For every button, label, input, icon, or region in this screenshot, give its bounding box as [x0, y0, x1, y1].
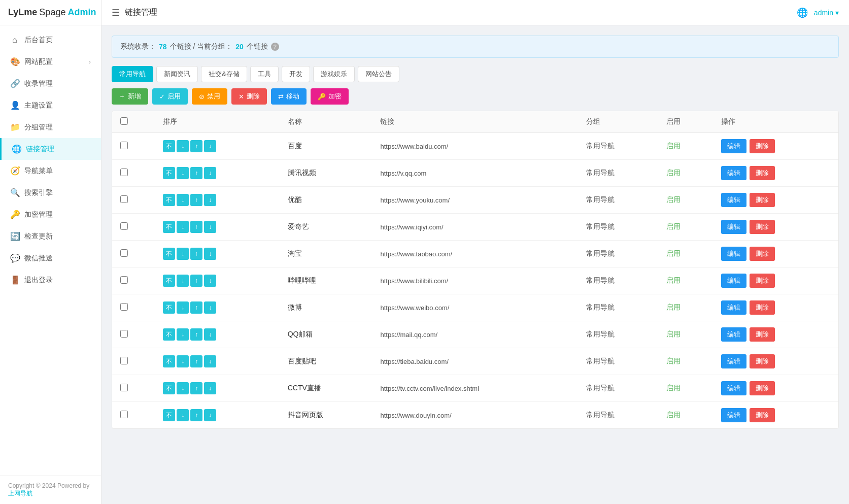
edit-button-0[interactable]: 编辑 [721, 139, 746, 153]
edit-button-6[interactable]: 编辑 [721, 300, 746, 315]
sort-up-6[interactable]: ↑ [190, 301, 202, 314]
disable-button[interactable]: ⊘ 禁用 [192, 88, 227, 105]
sort-last-0[interactable]: ↓ [204, 140, 216, 152]
help-icon[interactable]: ? [271, 43, 279, 51]
sort-first-4[interactable]: 不 [163, 248, 175, 260]
sort-down-0[interactable]: ↓ [177, 140, 189, 152]
delete-row-button-10[interactable]: 删除 [750, 408, 775, 422]
sort-last-5[interactable]: ↓ [204, 275, 216, 287]
row-select-4[interactable] [120, 249, 128, 257]
sort-last-6[interactable]: ↓ [204, 301, 216, 314]
delete-row-button-9[interactable]: 删除 [750, 381, 775, 395]
user-menu[interactable]: admin ▾ [814, 9, 839, 17]
sort-last-9[interactable]: ↓ [204, 382, 216, 394]
sort-down-1[interactable]: ↓ [177, 167, 189, 179]
sort-first-6[interactable]: 不 [163, 301, 175, 314]
sort-last-1[interactable]: ↓ [204, 167, 216, 179]
select-all-checkbox[interactable] [120, 117, 128, 125]
row-select-2[interactable] [120, 195, 128, 203]
sort-last-8[interactable]: ↓ [204, 355, 216, 367]
sidebar-item-search[interactable]: 🔍 搜索引擎 [0, 182, 101, 204]
sort-last-10[interactable]: ↓ [204, 409, 216, 421]
enable-button[interactable]: ✓ 启用 [152, 88, 188, 105]
sidebar-item-encrypt[interactable]: 🔑 加密管理 [0, 204, 101, 225]
filter-tab-6[interactable]: 网站公告 [358, 66, 399, 82]
sidebar-item-theme[interactable]: 👤 主题设置 [0, 94, 101, 116]
add-button[interactable]: ＋ 新增 [112, 88, 148, 105]
delete-row-button-1[interactable]: 删除 [750, 166, 775, 180]
edit-button-5[interactable]: 编辑 [721, 274, 746, 288]
sort-down-7[interactable]: ↓ [177, 328, 189, 341]
sidebar-item-collection[interactable]: 🔗 收录管理 [0, 73, 101, 94]
edit-button-10[interactable]: 编辑 [721, 408, 746, 422]
edit-button-4[interactable]: 编辑 [721, 247, 746, 261]
sidebar-item-site-config[interactable]: 🎨 网站配置 › [0, 51, 101, 73]
row-select-9[interactable] [120, 384, 128, 391]
sort-down-3[interactable]: ↓ [177, 221, 189, 233]
sort-down-8[interactable]: ↓ [177, 355, 189, 367]
sort-down-10[interactable]: ↓ [177, 409, 189, 421]
sort-up-0[interactable]: ↑ [190, 140, 202, 152]
filter-tab-5[interactable]: 游戏娱乐 [313, 66, 355, 82]
sidebar-item-logout[interactable]: 🚪 退出登录 [0, 269, 101, 291]
delete-button[interactable]: ✕ 删除 [231, 88, 267, 105]
filter-tab-0[interactable]: 常用导航 [112, 66, 153, 82]
sort-first-1[interactable]: 不 [163, 167, 175, 179]
sidebar-item-nav[interactable]: 🧭 导航菜单 [0, 160, 101, 182]
sort-first-2[interactable]: 不 [163, 194, 175, 206]
edit-button-3[interactable]: 编辑 [721, 220, 746, 234]
sidebar-item-dashboard[interactable]: ⌂ 后台首页 [0, 29, 101, 51]
sort-first-8[interactable]: 不 [163, 355, 175, 367]
delete-row-button-6[interactable]: 删除 [750, 300, 775, 315]
footer-link[interactable]: 上网导航 [8, 490, 32, 497]
sort-up-9[interactable]: ↑ [190, 382, 202, 394]
sort-last-3[interactable]: ↓ [204, 221, 216, 233]
sort-last-7[interactable]: ↓ [204, 328, 216, 341]
sort-down-2[interactable]: ↓ [177, 194, 189, 206]
filter-tab-1[interactable]: 新闻资讯 [156, 66, 198, 82]
row-select-0[interactable] [120, 142, 128, 149]
sort-first-9[interactable]: 不 [163, 382, 175, 394]
sort-first-5[interactable]: 不 [163, 275, 175, 287]
sort-down-6[interactable]: ↓ [177, 301, 189, 314]
row-select-1[interactable] [120, 169, 128, 176]
filter-tab-3[interactable]: 工具 [250, 66, 279, 82]
sidebar-item-update[interactable]: 🔄 检查更新 [0, 225, 101, 247]
sort-up-8[interactable]: ↑ [190, 355, 202, 367]
sidebar-item-wechat[interactable]: 💬 微信推送 [0, 247, 101, 269]
row-select-7[interactable] [120, 330, 128, 338]
sort-down-4[interactable]: ↓ [177, 248, 189, 260]
delete-row-button-7[interactable]: 删除 [750, 327, 775, 342]
sort-up-4[interactable]: ↑ [190, 248, 202, 260]
menu-toggle-icon[interactable]: ☰ [112, 7, 120, 18]
sort-up-10[interactable]: ↑ [190, 409, 202, 421]
sort-up-2[interactable]: ↑ [190, 194, 202, 206]
row-select-10[interactable] [120, 411, 128, 418]
edit-button-1[interactable]: 编辑 [721, 166, 746, 180]
delete-row-button-4[interactable]: 删除 [750, 247, 775, 261]
sort-up-5[interactable]: ↑ [190, 275, 202, 287]
delete-row-button-0[interactable]: 删除 [750, 139, 775, 153]
sort-up-7[interactable]: ↑ [190, 328, 202, 341]
edit-button-7[interactable]: 编辑 [721, 327, 746, 342]
sort-up-1[interactable]: ↑ [190, 167, 202, 179]
sort-down-9[interactable]: ↓ [177, 382, 189, 394]
delete-row-button-8[interactable]: 删除 [750, 354, 775, 368]
move-button[interactable]: ⇄ 移动 [271, 88, 307, 105]
row-select-3[interactable] [120, 222, 128, 230]
row-select-6[interactable] [120, 303, 128, 311]
filter-tab-4[interactable]: 开发 [282, 66, 310, 82]
sort-first-7[interactable]: 不 [163, 328, 175, 341]
sort-first-0[interactable]: 不 [163, 140, 175, 152]
encrypt-button[interactable]: 🔑 加密 [311, 88, 349, 105]
sort-last-2[interactable]: ↓ [204, 194, 216, 206]
edit-button-8[interactable]: 编辑 [721, 354, 746, 368]
sort-first-10[interactable]: 不 [163, 409, 175, 421]
row-select-8[interactable] [120, 357, 128, 364]
globe-icon[interactable]: 🌐 [797, 7, 808, 18]
filter-tab-2[interactable]: 社交&存储 [201, 66, 247, 82]
delete-row-button-2[interactable]: 删除 [750, 193, 775, 207]
row-select-5[interactable] [120, 276, 128, 284]
delete-row-button-3[interactable]: 删除 [750, 220, 775, 234]
sort-first-3[interactable]: 不 [163, 221, 175, 233]
